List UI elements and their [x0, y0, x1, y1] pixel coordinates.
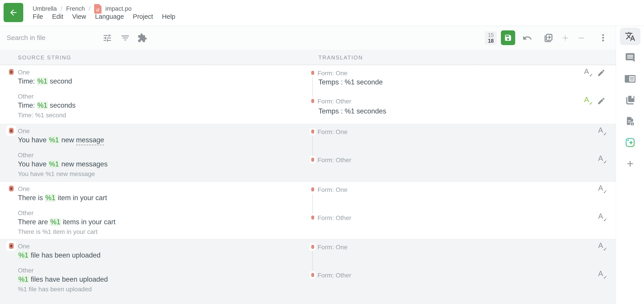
- sidebar-panel-translation-memory[interactable]: [620, 91, 640, 109]
- source-text: There are %1 items in your cart: [18, 218, 116, 226]
- string-row[interactable]: One There is %1 item in your cart Other …: [0, 182, 616, 239]
- translation-status-marker: [310, 69, 316, 76]
- string-row[interactable]: One You have %1 new message Other You ha…: [0, 124, 616, 182]
- search-input[interactable]: Search in file: [7, 34, 92, 41]
- plural-form-label: One: [18, 128, 30, 135]
- string-row[interactable]: One Time: %1 second Other Time: %1 secon…: [0, 65, 616, 124]
- placeholder-token: %1: [48, 160, 60, 168]
- status-marker: [6, 126, 16, 136]
- minus-button[interactable]: [577, 33, 586, 42]
- source-text: There is %1 item in your cart: [18, 194, 107, 202]
- source-text: %1 files have been uploaded: [18, 276, 108, 284]
- reference-text: There is %1 item in your cart: [18, 228, 98, 235]
- menu-item-language[interactable]: Language: [95, 13, 124, 20]
- form-connector-line: [312, 251, 313, 271]
- undo-icon[interactable]: [522, 33, 532, 43]
- top-bar: Umbrella / French / a impact.po File Edi…: [0, 0, 644, 26]
- translation-text[interactable]: Temps : %1 secondes: [318, 107, 386, 115]
- breadcrumb-project[interactable]: Umbrella: [33, 5, 57, 12]
- plural-form-label: One: [18, 243, 30, 250]
- spellcheck-icon[interactable]: A✓: [583, 96, 593, 105]
- form-connector-line: [312, 136, 313, 156]
- filter-icon[interactable]: [120, 33, 130, 43]
- source-text: You have %1 new message: [18, 136, 104, 144]
- plural-form-label: Other: [18, 152, 34, 159]
- breadcrumb-file-name[interactable]: impact.po: [105, 5, 132, 12]
- sidebar-panel-ai-assistant[interactable]: [620, 134, 640, 151]
- plural-form-label: One: [18, 185, 30, 193]
- plugins-icon[interactable]: [137, 33, 147, 43]
- status-marker: [6, 241, 16, 251]
- editor-toolbar: Search in file 15 18: [0, 26, 616, 50]
- back-button[interactable]: [4, 3, 23, 22]
- form-connector-line: [312, 77, 313, 97]
- topbar-actions: 0% 0%: [443, 0, 644, 26]
- placeholder-token: %1: [37, 101, 48, 109]
- menu-item-project[interactable]: Project: [133, 13, 153, 20]
- column-header-source: SOURCE STRING: [18, 54, 71, 61]
- term-card-icon: [625, 75, 636, 83]
- spellcheck-icon[interactable]: A✓: [597, 154, 607, 164]
- translation-status-marker: [310, 214, 316, 221]
- plus-button[interactable]: [561, 33, 570, 42]
- spellcheck-icon[interactable]: A✓: [597, 184, 607, 194]
- spellcheck-icon[interactable]: A✓: [597, 126, 607, 136]
- spellcheck-icon[interactable]: A✓: [597, 242, 607, 251]
- translation-form-label: Form: One: [318, 70, 348, 77]
- string-row[interactable]: One %1 file has been uploaded Other %1 f…: [0, 239, 616, 304]
- spellcheck-icon[interactable]: A✓: [583, 67, 593, 77]
- status-marker: [6, 183, 16, 194]
- column-header-translation: TRANSLATION: [318, 54, 363, 61]
- spellcheck-icon[interactable]: A✓: [597, 212, 607, 222]
- breadcrumb-separator: /: [89, 5, 90, 12]
- menu-item-help[interactable]: Help: [162, 13, 175, 20]
- breadcrumb-separator: /: [60, 5, 62, 12]
- ai-sparkle-icon: [625, 137, 636, 148]
- menu-item-file[interactable]: File: [33, 13, 43, 20]
- status-marker: [6, 67, 16, 77]
- save-button[interactable]: [501, 30, 515, 45]
- source-text: %1 file has been uploaded: [18, 251, 100, 259]
- placeholder-token: %1: [37, 77, 48, 85]
- edit-pencil-icon[interactable]: [597, 96, 606, 105]
- placeholder-token: %1: [50, 218, 61, 226]
- advanced-filter-icon[interactable]: [102, 33, 112, 43]
- plural-form-label: Other: [18, 210, 34, 217]
- source-text: Time: %1 second: [18, 77, 72, 85]
- placeholder-token: %1: [48, 136, 60, 144]
- translation-form-label: Form: Other: [318, 214, 351, 222]
- reference-text: Time: %1 second: [18, 112, 66, 119]
- source-text: You have %1 new messages: [18, 160, 108, 168]
- translation-form-label: Form: Other: [318, 157, 351, 164]
- menu-item-view[interactable]: View: [72, 13, 86, 20]
- sidebar-panel-file-context[interactable]: [620, 113, 640, 130]
- right-sidebar: [616, 26, 644, 304]
- sidebar-panel-translations[interactable]: [620, 28, 640, 45]
- translation-form-label: Form: Other: [318, 98, 351, 105]
- placeholder-token: %1: [18, 251, 29, 259]
- menu-item-edit[interactable]: Edit: [52, 13, 63, 20]
- table-header: SOURCE STRING TRANSLATION: [0, 50, 616, 65]
- counter-total: 18: [488, 38, 494, 44]
- plural-form-label: Other: [18, 93, 34, 100]
- file-info-icon: [625, 116, 635, 126]
- translation-form-label: Form: One: [318, 186, 348, 193]
- translation-status-marker: [310, 271, 316, 279]
- reference-text: %1 file has been uploaded: [18, 286, 92, 293]
- translate-icon: [625, 31, 636, 42]
- underlined-term: message: [76, 136, 104, 145]
- spellcheck-icon[interactable]: A✓: [597, 270, 607, 280]
- sidebar-panel-glossary[interactable]: [620, 70, 640, 88]
- translation-status-marker: [310, 156, 316, 163]
- sidebar-panel-comments[interactable]: [620, 49, 640, 66]
- edit-pencil-icon[interactable]: [597, 68, 606, 77]
- counter-current: 15: [488, 32, 494, 38]
- source-text: Time: %1 seconds: [18, 101, 76, 109]
- sidebar-add-panel[interactable]: [620, 155, 640, 172]
- more-menu-icon[interactable]: [598, 33, 608, 42]
- pages-bookmark-icon: [625, 95, 636, 105]
- breadcrumb: Umbrella / French / a impact.po: [33, 4, 132, 14]
- translation-text[interactable]: Temps : %1 seconde: [318, 78, 383, 86]
- copy-source-icon[interactable]: [543, 33, 553, 43]
- breadcrumb-language[interactable]: French: [66, 5, 85, 12]
